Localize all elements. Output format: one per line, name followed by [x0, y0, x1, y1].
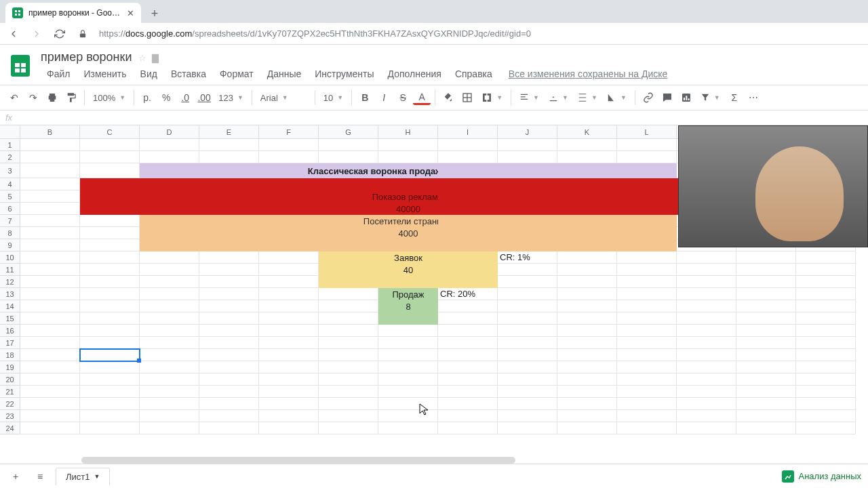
cell-H2[interactable] [378, 151, 438, 163]
cell-L2[interactable] [617, 151, 677, 163]
format-percent[interactable]: % [157, 89, 175, 106]
cell-I12[interactable] [438, 276, 498, 288]
cell-G6[interactable] [319, 203, 378, 215]
cell-L21[interactable] [617, 386, 677, 398]
cell-O12[interactable] [796, 276, 856, 288]
close-tab-icon[interactable]: ✕ [127, 8, 134, 18]
cell-F14[interactable] [259, 300, 319, 312]
cell-D4[interactable] [140, 178, 199, 190]
cell-G21[interactable] [319, 386, 378, 398]
cell-C4[interactable] [80, 178, 140, 190]
undo-icon[interactable]: ↶ [5, 89, 23, 106]
cell-E6[interactable] [199, 203, 259, 215]
menu-insert[interactable]: Вставка [165, 67, 212, 81]
col-header-G[interactable]: G [319, 125, 378, 139]
cell-F23[interactable] [259, 410, 319, 422]
cell-F19[interactable] [259, 361, 319, 373]
cell-I7[interactable] [438, 215, 498, 227]
row-header-12[interactable]: 12 [0, 276, 20, 288]
cell-K18[interactable] [557, 349, 617, 361]
cell-I2[interactable] [438, 151, 498, 163]
cell-C12[interactable] [80, 276, 140, 288]
menu-file[interactable]: Файл [41, 67, 76, 81]
row-header-17[interactable]: 17 [0, 337, 20, 349]
cell-K13[interactable] [557, 288, 617, 300]
cell-J10[interactable]: CR: 1% [498, 251, 557, 264]
cell-F8[interactable] [259, 227, 319, 239]
cell-O24[interactable] [796, 422, 856, 434]
cell-M16[interactable] [677, 325, 736, 337]
cell-L9[interactable] [617, 239, 677, 251]
cell-M23[interactable] [677, 410, 736, 422]
cell-K23[interactable] [557, 410, 617, 422]
cell-J14[interactable] [498, 300, 557, 312]
cell-B5[interactable] [20, 190, 80, 203]
select-all-corner[interactable] [0, 125, 20, 139]
cell-C21[interactable] [80, 386, 140, 398]
cell-J1[interactable] [498, 139, 557, 151]
cell-J21[interactable] [498, 386, 557, 398]
cell-H19[interactable] [378, 361, 438, 373]
cell-D20[interactable] [140, 373, 199, 386]
cell-M20[interactable] [677, 373, 736, 386]
cell-K20[interactable] [557, 373, 617, 386]
cell-B4[interactable] [20, 178, 80, 190]
cell-L1[interactable] [617, 139, 677, 151]
cell-G4[interactable] [319, 178, 378, 190]
cell-H13[interactable]: Продаж [378, 288, 438, 300]
explore-icon[interactable] [782, 470, 794, 483]
cell-H1[interactable] [378, 139, 438, 151]
cell-J18[interactable] [498, 349, 557, 361]
cell-E11[interactable] [199, 264, 259, 276]
cell-H9[interactable] [378, 239, 438, 251]
formula-bar[interactable]: fx [0, 110, 868, 125]
cell-D3[interactable] [140, 163, 199, 178]
cell-B16[interactable] [20, 325, 80, 337]
star-icon[interactable]: ☆ [138, 53, 146, 63]
folder-icon[interactable]: ▇ [152, 53, 159, 63]
cell-D7[interactable] [140, 215, 199, 227]
cell-C18[interactable] [80, 349, 140, 361]
cell-B6[interactable] [20, 203, 80, 215]
cell-B8[interactable] [20, 227, 80, 239]
cell-E20[interactable] [199, 373, 259, 386]
cell-I17[interactable] [438, 337, 498, 349]
cell-E5[interactable] [199, 190, 259, 203]
cell-G13[interactable] [319, 288, 378, 300]
cell-C1[interactable] [80, 139, 140, 151]
link-icon[interactable] [639, 89, 657, 106]
row-header-22[interactable]: 22 [0, 398, 20, 410]
cell-K3[interactable] [557, 163, 617, 178]
cell-D21[interactable] [140, 386, 199, 398]
cell-B15[interactable] [20, 312, 80, 325]
row-header-7[interactable]: 7 [0, 215, 20, 227]
cell-O14[interactable] [796, 300, 856, 312]
cell-I11[interactable] [438, 264, 498, 276]
rotate-icon[interactable]: ▼ [603, 89, 631, 106]
cell-J24[interactable] [498, 422, 557, 434]
cell-H22[interactable] [378, 398, 438, 410]
row-header-18[interactable]: 18 [0, 349, 20, 361]
cell-L10[interactable] [617, 251, 677, 264]
row-header-1[interactable]: 1 [0, 139, 20, 151]
cell-L5[interactable] [617, 190, 677, 203]
row-header-10[interactable]: 10 [0, 251, 20, 264]
cell-H4[interactable] [378, 178, 438, 190]
cell-G18[interactable] [319, 349, 378, 361]
cell-J23[interactable] [498, 410, 557, 422]
halign-icon[interactable]: ▼ [515, 89, 543, 106]
cell-G5[interactable] [319, 190, 378, 203]
cell-F15[interactable] [259, 312, 319, 325]
cell-E4[interactable] [199, 178, 259, 190]
cell-G14[interactable] [319, 300, 378, 312]
row-header-23[interactable]: 23 [0, 410, 20, 422]
cell-M12[interactable] [677, 276, 736, 288]
cell-K14[interactable] [557, 300, 617, 312]
cell-J16[interactable] [498, 325, 557, 337]
cell-L6[interactable] [617, 203, 677, 215]
cell-O11[interactable] [796, 264, 856, 276]
cell-J6[interactable] [498, 203, 557, 215]
cell-K2[interactable] [557, 151, 617, 163]
cell-C11[interactable] [80, 264, 140, 276]
cell-C22[interactable] [80, 398, 140, 410]
